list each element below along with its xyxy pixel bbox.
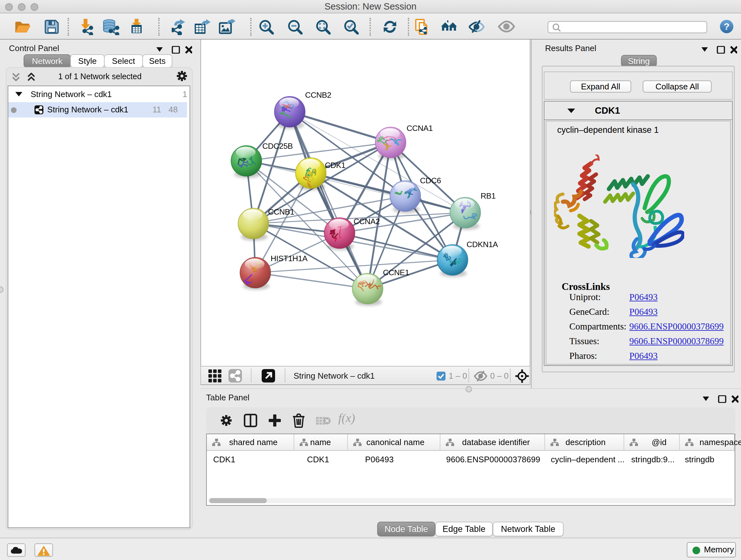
svg-text:CCNA1: CCNA1: [407, 124, 433, 132]
svg-text:CDC25B: CDC25B: [262, 142, 293, 150]
svg-text:CCNE1: CCNE1: [383, 268, 409, 277]
svg-text:CCNA2: CCNA2: [354, 217, 380, 226]
svg-text:?: ?: [724, 21, 730, 32]
svg-text:RB1: RB1: [481, 192, 495, 200]
svg-text:CDK1: CDK1: [325, 161, 346, 170]
svg-text:CDKN1A: CDKN1A: [467, 240, 498, 249]
svg-text:HIST1H1A: HIST1H1A: [271, 254, 308, 263]
svg-text:CCNB2: CCNB2: [305, 91, 331, 99]
svg-text:CDC6: CDC6: [420, 176, 441, 185]
svg-text:CCNB1: CCNB1: [268, 207, 294, 216]
